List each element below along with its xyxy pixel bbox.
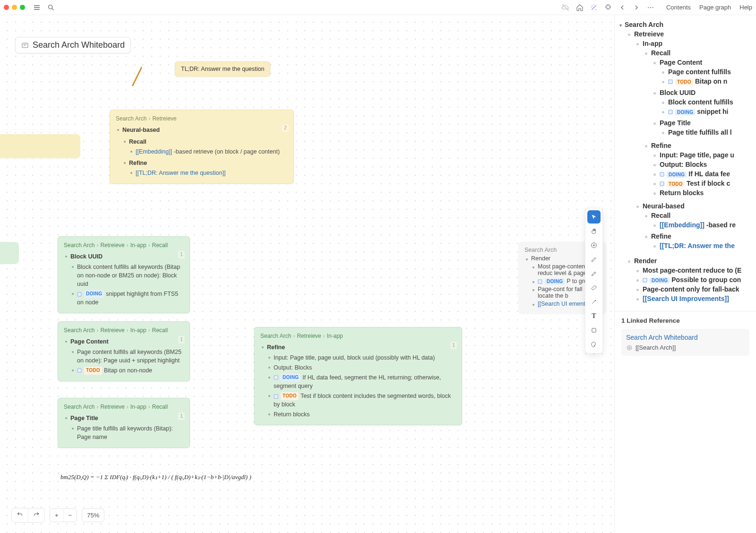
menu-icon[interactable] bbox=[32, 2, 42, 13]
nav-forward-icon[interactable] bbox=[631, 2, 642, 13]
outline-panel[interactable]: Search Arch Retreieve In-app Recall Page… bbox=[614, 15, 756, 533]
tab-help[interactable]: Help bbox=[739, 4, 752, 11]
outline-page-title[interactable]: Page Title Page title fulfills all l bbox=[653, 119, 753, 138]
partial-card-left-yellow[interactable]: l-based bbox=[0, 134, 80, 158]
home-icon[interactable] bbox=[575, 2, 585, 13]
page-title-pill[interactable]: Search Arch Whiteboard bbox=[15, 37, 131, 53]
list-item: Input: Page title, page uuid, block uuid… bbox=[267, 353, 456, 362]
outline-item[interactable]: Page-content only for fall-back bbox=[636, 285, 753, 293]
item-embedding: [[Embedding]] -based retrieve (on block … bbox=[129, 147, 288, 156]
outline-refine[interactable]: Refine Input: Page title, page u Output:… bbox=[645, 142, 753, 198]
close-window[interactable] bbox=[4, 5, 9, 10]
outline-page-content[interactable]: Page Content Page content fulfills TODOB… bbox=[653, 59, 753, 87]
breadcrumb: Search Arch›Retreieve›In-app›Recall bbox=[64, 403, 184, 411]
tool-highlighter[interactable] bbox=[587, 267, 601, 280]
outline-render[interactable]: Render Most page-content reduce to (E DO… bbox=[628, 257, 753, 304]
card-page-title[interactable]: Search Arch›Retreieve›In-app›Recall 1 Pa… bbox=[58, 398, 190, 448]
zoom-level[interactable]: 75% bbox=[82, 508, 104, 522]
undo-redo-group bbox=[11, 508, 45, 523]
note-tldr[interactable]: TL;DR: Answer me the question bbox=[175, 61, 270, 77]
list-item: Page content fulfills all keywords (BM25… bbox=[70, 348, 184, 365]
outline-neural[interactable]: Neural-based Recall [[Embedding]] -based… bbox=[636, 202, 753, 253]
tab-contents[interactable]: Contents bbox=[666, 4, 691, 11]
svg-point-3 bbox=[653, 7, 653, 8]
linked-ref-card[interactable]: Search Arch Whiteboard [[Search Arch]] bbox=[621, 329, 749, 356]
svg-point-0 bbox=[49, 5, 52, 9]
outline-item[interactable]: Page title fulfills all l bbox=[662, 129, 753, 136]
page-title: Search Arch Whiteboard bbox=[33, 40, 125, 50]
checkbox-icon bbox=[538, 279, 542, 284]
tool-connector[interactable] bbox=[587, 295, 601, 309]
tool-add-block[interactable] bbox=[587, 239, 601, 252]
breadcrumb: Search Arch›Retreieve›In-app›Recall bbox=[64, 241, 184, 249]
tool-text[interactable]: T bbox=[587, 309, 601, 323]
outline-item[interactable]: [[Embedding]] -based re bbox=[653, 221, 753, 229]
partial-card-left-green[interactable]: p bbox=[0, 242, 19, 264]
undo-button[interactable] bbox=[12, 508, 28, 522]
heading: Page Title bbox=[64, 414, 184, 422]
redo-button[interactable] bbox=[28, 508, 44, 522]
plugin-icon[interactable] bbox=[603, 2, 613, 13]
outline-root[interactable]: Search Arch Retreieve In-app Recall Page… bbox=[619, 21, 753, 306]
card-block-uuid[interactable]: Search Arch›Retreieve›In-app›Recall 1 Bl… bbox=[58, 236, 190, 313]
outline-item[interactable]: DOINGPossible to group con bbox=[636, 276, 753, 284]
window-traffic-lights bbox=[4, 5, 25, 10]
outline-n-recall[interactable]: Recall [[Embedding]] -based re bbox=[645, 212, 753, 231]
outline-item[interactable]: TODOTest if block c bbox=[653, 180, 753, 187]
more-icon[interactable] bbox=[645, 2, 656, 13]
nav-back-icon[interactable] bbox=[617, 2, 627, 13]
outline-item[interactable]: [[TL;DR: Answer me the bbox=[653, 242, 753, 249]
outline-item[interactable]: [[Search UI Improvements]] bbox=[636, 295, 753, 302]
tool-pencil[interactable] bbox=[587, 253, 601, 266]
linked-refs-heading: 1 Linked Reference bbox=[621, 317, 749, 324]
tool-eraser[interactable] bbox=[587, 281, 601, 294]
outline-item[interactable]: Return blocks bbox=[653, 189, 753, 197]
list-item: Page title fulfills all keywords (Bitap)… bbox=[70, 424, 184, 441]
list-item: Return blocks bbox=[267, 410, 456, 419]
outline-item[interactable]: TODOBitap on n bbox=[662, 77, 753, 85]
outline-item[interactable]: Page content fulfills bbox=[662, 68, 753, 76]
tool-shape[interactable] bbox=[587, 324, 601, 337]
minimize-window[interactable] bbox=[12, 5, 17, 10]
breadcrumb: Search Arch›Retreieve bbox=[116, 115, 288, 123]
list-item: Output: Blocks bbox=[267, 363, 456, 372]
outline-inapp[interactable]: In-app Recall Page Content Page content … bbox=[636, 40, 753, 200]
linked-ref-title: Search Arch Whiteboard bbox=[626, 334, 745, 341]
outline-item[interactable]: DOINGsnippet hi bbox=[662, 108, 753, 115]
outline-item[interactable]: Block content fulfills bbox=[662, 98, 753, 106]
svg-point-8 bbox=[628, 347, 630, 349]
list-item: DOINGIf HL data feed, segment the HL ret… bbox=[267, 373, 456, 390]
list-item: TODOTest if block content includes the s… bbox=[267, 392, 456, 409]
outline-recall[interactable]: Recall Page Content Page content fulfill… bbox=[645, 49, 753, 140]
checkbox-icon bbox=[274, 394, 278, 399]
checkbox-icon bbox=[274, 375, 278, 380]
outline-tree: Search Arch Retreieve In-app Recall Page… bbox=[615, 15, 756, 311]
checkbox-icon bbox=[77, 292, 82, 297]
zoom-in-button[interactable]: + bbox=[50, 509, 63, 522]
outline-item[interactable]: Output: Blocks bbox=[653, 161, 753, 168]
tool-hand[interactable] bbox=[587, 224, 601, 238]
card-refine[interactable]: Search Arch›Retreieve›In-app 1 Refine In… bbox=[254, 327, 462, 425]
cloud-off-icon[interactable] bbox=[560, 2, 571, 13]
heading-neural: Neural-based bbox=[116, 126, 288, 134]
magic-wand-icon[interactable] bbox=[589, 2, 599, 13]
outline-item[interactable]: Most page-content reduce to (E bbox=[636, 266, 753, 274]
panel-tabs: Contents Page graph Help bbox=[666, 4, 752, 11]
svg-point-7 bbox=[627, 345, 631, 350]
tool-color[interactable] bbox=[587, 338, 601, 351]
outline-retreieve[interactable]: Retreieve In-app Recall Page Content bbox=[628, 30, 753, 255]
outline-item[interactable]: Input: Page title, page u bbox=[653, 151, 753, 159]
zoom-group: + − bbox=[50, 508, 77, 522]
tab-page-graph[interactable]: Page graph bbox=[699, 4, 731, 11]
outline-n-refine[interactable]: Refine [[TL;DR: Answer me the bbox=[645, 232, 753, 251]
target-icon bbox=[626, 344, 633, 351]
outline-block-uuid[interactable]: Block UUID Block content fulfills DOINGs… bbox=[653, 89, 753, 117]
outline-item[interactable]: DOINGIf HL data fee bbox=[653, 170, 753, 178]
zoom-out-button[interactable]: − bbox=[63, 509, 77, 522]
card-page-content[interactable]: Search Arch›Retreieve›In-app›Recall 1 Pa… bbox=[58, 321, 190, 381]
whiteboard-canvas[interactable]: Search Arch Whiteboard l-based p TL;DR: … bbox=[0, 15, 614, 533]
card-neural-based[interactable]: Search Arch›Retreieve 2 Neural-based Rec… bbox=[110, 110, 294, 184]
search-icon[interactable] bbox=[46, 2, 56, 13]
maximize-window[interactable] bbox=[20, 5, 25, 10]
tool-select[interactable] bbox=[587, 210, 601, 224]
